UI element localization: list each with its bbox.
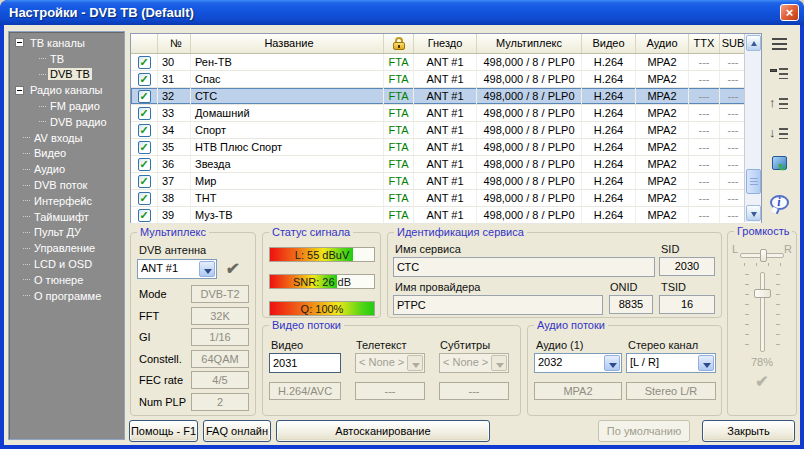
sid-value: 2030 — [659, 257, 715, 276]
remove-channel-button[interactable] — [767, 62, 791, 84]
ttx-column-header[interactable]: TTX — [689, 34, 720, 53]
chevron-down-icon[interactable] — [604, 355, 620, 371]
sidebar-item-lcd-и-osd[interactable]: LCD и OSD — [9, 256, 124, 272]
channel-row-30[interactable]: ✓30Рен-ТВFTAANT #1498,000 / 8 / PLP0H.26… — [131, 54, 761, 71]
checkbox-cell: ✓ — [131, 207, 158, 223]
sidebar-item-dvb-тв[interactable]: DVB ТВ — [9, 67, 124, 83]
channel-checkbox[interactable]: ✓ — [138, 73, 151, 86]
apply-antenna-check-icon[interactable]: ✔ — [225, 259, 241, 278]
sidebar-item-dvb-радио[interactable]: DVB радио — [9, 114, 124, 130]
scroll-up-icon[interactable] — [746, 35, 761, 51]
channel-row-36[interactable]: ✓36ЗвездаFTAANT #1498,000 / 8 / PLP0H.26… — [131, 156, 761, 173]
ttx-cell: --- — [689, 105, 720, 121]
channel-row-33[interactable]: ✓33ДомашнийFTAANT #1498,000 / 8 / PLP0H.… — [131, 105, 761, 122]
audio-streams-title: Аудио потоки — [534, 319, 608, 331]
sidebar-item-таймшифт[interactable]: Таймшифт — [9, 209, 124, 225]
channel-row-37[interactable]: ✓37МирFTAANT #1498,000 / 8 / PLP0H.264MP… — [131, 173, 761, 190]
sidebar-item-label: Пульт ДУ — [32, 226, 83, 238]
refresh-icon — [772, 156, 787, 170]
num-column-header[interactable]: № — [158, 34, 191, 53]
refresh-button[interactable] — [767, 152, 791, 174]
param-label: Constell. — [137, 353, 191, 365]
sidebar-item-dvb-поток[interactable]: DVB поток — [9, 177, 124, 193]
channel-checkbox[interactable]: ✓ — [138, 192, 151, 205]
sidebar-item-о-тюнере[interactable]: О тюнере — [9, 272, 124, 288]
teletext-select-value: < None > — [359, 356, 406, 368]
subtitles-label: Субтитры — [440, 339, 490, 351]
multiplex-group-title: Мультиплекс — [137, 226, 209, 238]
chevron-down-icon[interactable] — [199, 261, 215, 277]
channel-checkbox[interactable]: ✓ — [138, 175, 151, 188]
stereo-channel-value: [L / R] — [630, 356, 697, 368]
lock-icon — [393, 37, 405, 50]
channel-checkbox[interactable]: ✓ — [138, 158, 151, 171]
sidebar-item-тв[interactable]: ТВ — [9, 51, 124, 67]
sidebar-item-аудио[interactable]: Аудио — [9, 161, 124, 177]
channel-checkbox[interactable]: ✓ — [138, 56, 151, 69]
sidebar-item-fm-радио[interactable]: FM радио — [9, 98, 124, 114]
video-codec-cell: H.264 — [582, 139, 636, 155]
sub-cell: --- — [720, 190, 746, 206]
channel-row-38[interactable]: ✓38ТНТFTAANT #1498,000 / 8 / PLP0H.264MP… — [131, 190, 761, 207]
close-icon[interactable]: × — [780, 4, 799, 21]
sidebar-item-av-входы[interactable]: AV входы — [9, 130, 124, 146]
channel-checkbox[interactable]: ✓ — [138, 141, 151, 154]
channel-checkbox[interactable]: ✓ — [138, 90, 151, 103]
titlebar[interactable]: Настройки - DVB ТВ (Default) × — [0, 0, 804, 25]
tree-collapse-icon[interactable] — [15, 86, 24, 95]
sidebar-item-пульт-ду[interactable]: Пульт ДУ — [9, 225, 124, 241]
channel-checkbox[interactable]: ✓ — [138, 124, 151, 137]
channel-row-34[interactable]: ✓34СпортFTAANT #1498,000 / 8 / PLP0H.264… — [131, 122, 761, 139]
sub-column-header[interactable]: SUB — [720, 34, 746, 53]
stereo-channel-label: Стерео канал — [628, 339, 698, 351]
sidebar-item-интерфейс[interactable]: Интерфейс — [9, 193, 124, 209]
table-scrollbar[interactable] — [744, 34, 761, 222]
video-column-header[interactable]: Видео — [582, 34, 636, 53]
audio-column-header[interactable]: Аудио — [636, 34, 689, 53]
sidebar-item-радио-каналы[interactable]: Радио каналы — [9, 82, 124, 98]
channel-checkbox[interactable]: ✓ — [138, 209, 151, 222]
tree-collapse-icon[interactable] — [15, 38, 24, 47]
channel-row-35[interactable]: ✓35НТВ Плюс СпортFTAANT #1498,000 / 8 / … — [131, 139, 761, 156]
autoscan-button[interactable]: Автосканирование — [276, 420, 490, 442]
antenna-select[interactable]: ANT #1 — [137, 259, 217, 279]
close-button[interactable]: Закрыть — [702, 420, 795, 442]
help-button[interactable]: Помощь - F1 — [129, 420, 198, 442]
name-column-header[interactable]: Название — [191, 34, 384, 53]
sidebar-item-видео[interactable]: Видео — [9, 146, 124, 162]
move-up-button[interactable]: ↑ — [767, 92, 791, 114]
move-down-button[interactable]: ↓ — [767, 122, 791, 144]
channel-checkbox[interactable]: ✓ — [138, 107, 151, 120]
tree-line — [23, 264, 30, 265]
scroll-down-icon[interactable] — [746, 205, 761, 221]
sidebar-item-label: DVB радио — [48, 116, 109, 128]
param-label: GI — [137, 331, 191, 343]
socket-cell: ANT #1 — [414, 122, 477, 138]
stereo-channel-select[interactable]: [L / R] — [626, 353, 716, 373]
ttx-cell: --- — [689, 190, 720, 206]
balance-slider — [740, 253, 784, 258]
info-button[interactable] — [767, 191, 791, 213]
multiplex-column-header[interactable]: Мультиплекс — [477, 34, 582, 53]
volume-percent: 78% — [728, 356, 796, 368]
scrollbar-thumb[interactable] — [746, 169, 761, 194]
channel-table-header[interactable]: №НазваниеГнездоМультиплексВидеоАудиоTTXS… — [131, 34, 761, 54]
sidebar-item-о-программе[interactable]: О программе — [9, 288, 124, 304]
sidebar-item-label: ТВ каналы — [28, 37, 87, 49]
video-pid-input[interactable] — [269, 353, 341, 373]
checkbox-column-header[interactable] — [131, 34, 158, 53]
sidebar-item-управление[interactable]: Управление — [9, 240, 124, 256]
chevron-down-icon[interactable] — [698, 355, 714, 371]
audio-pid-select[interactable]: 2032 — [534, 353, 622, 373]
sidebar-item-тв-каналы[interactable]: ТВ каналы — [9, 35, 124, 51]
lock-column-header[interactable] — [384, 34, 414, 53]
channel-row-32[interactable]: ✓32СТСFTAANT #1498,000 / 8 / PLP0H.264MP… — [131, 88, 761, 105]
faq-button[interactable]: FAQ онлайн — [203, 420, 271, 442]
socket-column-header[interactable]: Гнездо — [414, 34, 477, 53]
channel-row-31[interactable]: ✓31СпасFTAANT #1498,000 / 8 / PLP0H.264M… — [131, 71, 761, 88]
channel-list-button[interactable] — [767, 33, 791, 55]
provider-name-field[interactable] — [393, 295, 603, 315]
subtitles-info-value: --- — [439, 382, 509, 400]
service-name-field[interactable] — [393, 257, 655, 277]
channel-row-39[interactable]: ✓39Муз-ТВFTAANT #1498,000 / 8 / PLP0H.26… — [131, 207, 761, 224]
